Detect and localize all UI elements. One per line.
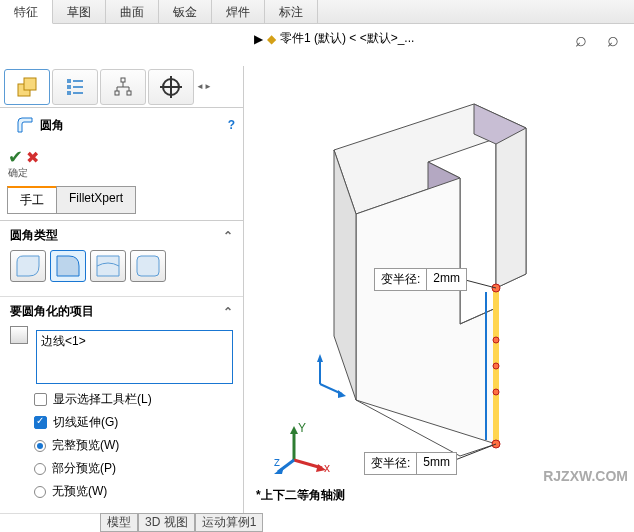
fillet-icon — [16, 116, 34, 134]
tab-surface[interactable]: 曲面 — [106, 0, 159, 23]
check-tangent[interactable] — [34, 416, 47, 429]
callout-top-label: 变半径: — [375, 269, 427, 290]
feature-tree-button[interactable] — [4, 69, 50, 105]
radio-full-preview[interactable] — [34, 440, 46, 452]
fillet-type-label: 圆角类型 — [10, 227, 58, 244]
fillet-type-row — [10, 250, 233, 282]
tab-sketch[interactable]: 草图 — [53, 0, 106, 23]
svg-point-16 — [493, 363, 499, 369]
svg-rect-1 — [24, 78, 36, 90]
label-full-preview: 完整预览(W) — [52, 437, 119, 454]
svg-rect-5 — [73, 86, 83, 88]
main-tabs: 特征 草图 曲面 钣金 焊件 标注 — [0, 0, 634, 24]
svg-rect-10 — [127, 91, 131, 95]
callout-bottom-value[interactable]: 5mm — [417, 453, 456, 474]
items-label: 要圆角化的项目 — [10, 303, 94, 320]
svg-rect-3 — [73, 80, 83, 82]
radio-partial-preview[interactable] — [34, 463, 46, 475]
selection-item[interactable]: 边线<1> — [41, 333, 228, 350]
collapse-type-icon[interactable]: ⌃ — [223, 229, 233, 243]
view-label: *上下二等角轴测 — [256, 487, 345, 504]
svg-rect-8 — [121, 78, 125, 82]
btab-3dview[interactable]: 3D 视图 — [138, 513, 195, 532]
tab-weld[interactable]: 焊件 — [212, 0, 265, 23]
svg-rect-2 — [67, 79, 71, 83]
callout-bottom-label: 变半径: — [365, 453, 417, 474]
axis-y: Y — [298, 421, 306, 435]
list-button[interactable] — [52, 69, 98, 105]
panel-title-row: 圆角 — [8, 110, 72, 140]
btab-motion[interactable]: 运动算例1 — [195, 513, 264, 532]
svg-rect-7 — [73, 92, 83, 94]
fillet-type-2[interactable] — [50, 250, 86, 282]
callout-bottom[interactable]: 变半径: 5mm — [364, 452, 457, 475]
confirm-label: 确定 — [8, 166, 39, 180]
svg-point-15 — [493, 337, 499, 343]
btab-model[interactable]: 模型 — [100, 513, 138, 532]
subtab-manual[interactable]: 手工 — [7, 186, 57, 214]
breadcrumb[interactable]: ▶ ◆ 零件1 (默认) < <默认>_... — [254, 30, 414, 47]
fillet-type-3[interactable] — [90, 250, 126, 282]
bottom-tabs: 模型 3D 视图 运动算例1 — [100, 513, 263, 532]
panel-toolbar: ◄► — [0, 66, 243, 108]
watermark: RJZXW.COM — [543, 468, 628, 484]
callout-top[interactable]: 变半径: 2mm — [374, 268, 467, 291]
label-show-toolbar: 显示选择工具栏(L) — [53, 391, 152, 408]
collapse-items-icon[interactable]: ⌃ — [223, 305, 233, 319]
radio-no-preview[interactable] — [34, 486, 46, 498]
zoom-area-button[interactable]: ⌕ — [600, 26, 626, 52]
ok-button[interactable]: ✔ — [8, 147, 23, 167]
axis-z: z — [274, 455, 280, 469]
tab-annotate[interactable]: 标注 — [265, 0, 318, 23]
fillet-type-4[interactable] — [130, 250, 166, 282]
label-partial-preview: 部分预览(P) — [52, 460, 116, 477]
toolbar-more[interactable]: ◄► — [196, 82, 212, 91]
breadcrumb-arrow-icon: ▶ — [254, 32, 263, 46]
callout-top-value[interactable]: 2mm — [427, 269, 466, 290]
label-tangent: 切线延伸(G) — [53, 414, 118, 431]
subtab-xpert[interactable]: FilletXpert — [56, 186, 136, 214]
edge-icon — [10, 326, 28, 344]
viewport[interactable]: ▶ ◆ 零件1 (默认) < <默认>_... ⌕ ⌕ — [244, 24, 634, 520]
axis-x: x — [324, 461, 330, 475]
selection-list[interactable]: 边线<1> — [36, 330, 233, 384]
svg-rect-6 — [67, 91, 71, 95]
tab-sheetmetal[interactable]: 钣金 — [159, 0, 212, 23]
breadcrumb-part: 零件1 (默认) < <默认>_... — [280, 30, 414, 47]
svg-point-17 — [493, 389, 499, 395]
label-no-preview: 无预览(W) — [52, 483, 107, 500]
zoom-fit-button[interactable]: ⌕ — [568, 26, 594, 52]
hierarchy-button[interactable] — [100, 69, 146, 105]
panel-title: 圆角 — [40, 117, 64, 134]
svg-rect-9 — [115, 91, 119, 95]
check-show-toolbar[interactable] — [34, 393, 47, 406]
help-icon[interactable]: ? — [228, 118, 235, 132]
view-triad[interactable]: Y x z — [274, 420, 334, 480]
property-panel: ◄► 圆角 ? ✔ ✖ 确定 手工 FilletXpert 圆角类型⌃ 要圆角化… — [0, 66, 244, 520]
cancel-button[interactable]: ✖ — [26, 149, 39, 166]
fillet-type-1[interactable] — [10, 250, 46, 282]
tab-feature[interactable]: 特征 — [0, 0, 53, 24]
part-icon: ◆ — [267, 32, 276, 46]
svg-rect-4 — [67, 85, 71, 89]
target-button[interactable] — [148, 69, 194, 105]
